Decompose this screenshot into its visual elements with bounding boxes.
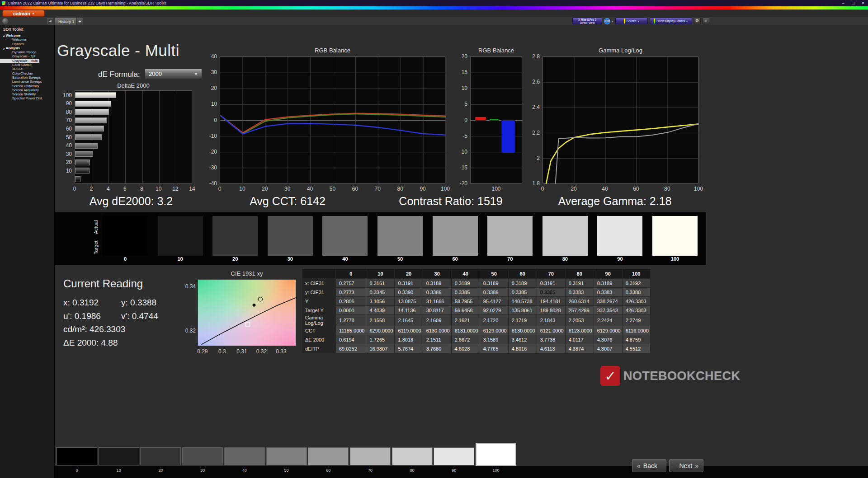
- table-cell[interactable]: 426.3303: [622, 297, 650, 306]
- table-cell[interactable]: 0.3161: [366, 279, 395, 288]
- table-cell[interactable]: 56.6458: [451, 306, 480, 315]
- table-cell[interactable]: 95.4127: [480, 297, 508, 306]
- sidebar-collapse-button[interactable]: ◀: [47, 18, 53, 24]
- table-cell[interactable]: 0.3385: [508, 288, 537, 297]
- table-cell[interactable]: 1.2778: [336, 315, 366, 326]
- table-cell[interactable]: 31.1666: [423, 297, 451, 306]
- table-cell[interactable]: 92.0279: [480, 306, 508, 315]
- minimize-button[interactable]: –: [838, 1, 848, 5]
- source-button[interactable]: Source ▾: [615, 18, 648, 24]
- table-cell[interactable]: 0.3191: [395, 279, 423, 288]
- table-cell[interactable]: 14.1136: [395, 306, 423, 315]
- table-cell[interactable]: 3.7738: [537, 335, 565, 344]
- table-cell[interactable]: 260.6314: [565, 297, 594, 306]
- meter-button[interactable]: X-Rite i1Pro 2 Direct View: [572, 18, 602, 24]
- back-button[interactable]: « Back: [632, 459, 666, 472]
- display-control-button[interactable]: Direct Display Control ▾: [650, 18, 692, 24]
- tree-group-analysis[interactable]: ◢Analysis: [0, 46, 54, 50]
- pattern-button-60[interactable]: [308, 447, 349, 465]
- table-cell[interactable]: 0.2757: [336, 279, 366, 288]
- table-cell[interactable]: 338.2674: [594, 297, 622, 306]
- sidebar-item-color-gamut[interactable]: Color Gamut: [0, 63, 54, 67]
- table-cell[interactable]: 58.7955: [451, 297, 480, 306]
- table-cell[interactable]: 0.3385: [537, 288, 565, 297]
- table-cell[interactable]: 1.8018: [395, 335, 423, 344]
- table-cell[interactable]: 0.3189: [480, 279, 508, 288]
- sidebar-item-luminance-sweeps[interactable]: Luminance Sweeps: [0, 80, 54, 84]
- table-cell[interactable]: 16.9807: [366, 344, 395, 353]
- table-cell[interactable]: 0.0000: [336, 306, 366, 315]
- table-cell[interactable]: 6129.0000: [480, 326, 508, 335]
- table-cell[interactable]: 6129.0000: [594, 326, 622, 335]
- table-cell[interactable]: 189.8028: [537, 306, 565, 315]
- calman-menu-button[interactable]: calman ▾: [2, 10, 45, 17]
- table-cell[interactable]: 0.3191: [565, 279, 594, 288]
- table-cell[interactable]: 5.7674: [395, 344, 423, 353]
- table-cell[interactable]: 4.6028: [451, 344, 480, 353]
- next-button[interactable]: Next »: [669, 459, 703, 472]
- table-cell[interactable]: 0.2806: [336, 297, 366, 306]
- table-cell[interactable]: 13.0875: [395, 297, 423, 306]
- sidebar-item-screen-angularity[interactable]: Screen Angularity: [0, 88, 54, 92]
- table-cell[interactable]: 2.2424: [594, 315, 622, 326]
- settings-gear-button[interactable]: ⚙: [694, 18, 701, 24]
- table-cell[interactable]: 4.3874: [565, 344, 594, 353]
- table-cell[interactable]: 3.4612: [508, 335, 537, 344]
- table-cell[interactable]: 3.1589: [480, 335, 508, 344]
- pattern-button-40[interactable]: [224, 447, 265, 465]
- table-cell[interactable]: 4.6113: [537, 344, 565, 353]
- table-cell[interactable]: 2.1621: [451, 315, 480, 326]
- pattern-button-10[interactable]: [99, 447, 139, 465]
- sidebar-item-welcome[interactable]: Welcome: [0, 37, 54, 42]
- sidebar-item-saturation-sweeps[interactable]: Saturation Sweeps: [0, 75, 54, 80]
- pattern-button-0[interactable]: [57, 447, 97, 465]
- table-cell[interactable]: 2.1843: [537, 315, 565, 326]
- table-cell[interactable]: 0.3192: [622, 279, 650, 288]
- table-cell[interactable]: 6130.0000: [423, 326, 451, 335]
- table-cell[interactable]: 6131.0000: [451, 326, 480, 335]
- table-cell[interactable]: 0.3189: [423, 279, 451, 288]
- table-cell[interactable]: 0.3189: [594, 279, 622, 288]
- table-cell[interactable]: 2.2749: [622, 315, 650, 326]
- sidebar-item-grayscale-multi[interactable]: Grayscale - Multi: [0, 59, 39, 63]
- table-cell[interactable]: 4.4039: [366, 306, 395, 315]
- table-cell[interactable]: 194.4181: [537, 297, 565, 306]
- pattern-button-90[interactable]: [434, 447, 474, 465]
- pattern-button-70[interactable]: [350, 447, 391, 465]
- sidebar-item-options[interactable]: Options: [0, 42, 54, 46]
- table-cell[interactable]: 2.1558: [366, 315, 395, 326]
- sidebar-item-screen-uniformity[interactable]: Screen Uniformity: [0, 84, 54, 88]
- table-cell[interactable]: 30.8117: [423, 306, 451, 315]
- table-cell[interactable]: 257.4299: [565, 306, 594, 315]
- table-cell[interactable]: 6123.0000: [565, 326, 594, 335]
- table-cell[interactable]: 0.3385: [451, 288, 480, 297]
- table-cell[interactable]: 0.3386: [423, 288, 451, 297]
- table-cell[interactable]: 6121.0000: [537, 326, 565, 335]
- sidebar-item-dynamic-range[interactable]: Dynamic Range: [0, 50, 54, 54]
- chevron-down-icon[interactable]: ▾: [612, 20, 613, 23]
- table-cell[interactable]: 0.3388: [622, 288, 650, 297]
- sidebar-item-spectral-power-dist-[interactable]: Spectral Power Dist.: [0, 96, 54, 100]
- add-tab-button[interactable]: +: [76, 17, 83, 25]
- layout-toggle-button[interactable]: [2, 18, 8, 24]
- table-cell[interactable]: 6290.0000: [366, 326, 395, 335]
- sidebar-item-screen-stability[interactable]: Screen Stability: [0, 92, 54, 96]
- table-cell[interactable]: 4.0117: [565, 335, 594, 344]
- de-formula-select[interactable]: 2000 ▼: [145, 69, 202, 79]
- table-cell[interactable]: 6116.0000: [622, 326, 650, 335]
- table-cell[interactable]: 0.2773: [336, 288, 366, 297]
- table-cell[interactable]: 0.3189: [508, 279, 537, 288]
- table-cell[interactable]: 0.3191: [537, 279, 565, 288]
- table-cell[interactable]: 0.3345: [366, 288, 395, 297]
- more-options-button[interactable]: »: [703, 18, 709, 24]
- close-button[interactable]: ✕: [858, 1, 868, 5]
- meter-count-badge[interactable]: 238: [604, 18, 610, 24]
- pattern-button-100[interactable]: [476, 443, 516, 466]
- table-cell[interactable]: 0.3386: [480, 288, 508, 297]
- table-cell[interactable]: 0.3390: [395, 288, 423, 297]
- pattern-button-80[interactable]: [392, 447, 433, 465]
- table-cell[interactable]: 4.3007: [594, 344, 622, 353]
- table-cell[interactable]: 4.8016: [508, 344, 537, 353]
- table-cell[interactable]: 6130.0000: [508, 326, 537, 335]
- table-cell[interactable]: 2.2053: [565, 315, 594, 326]
